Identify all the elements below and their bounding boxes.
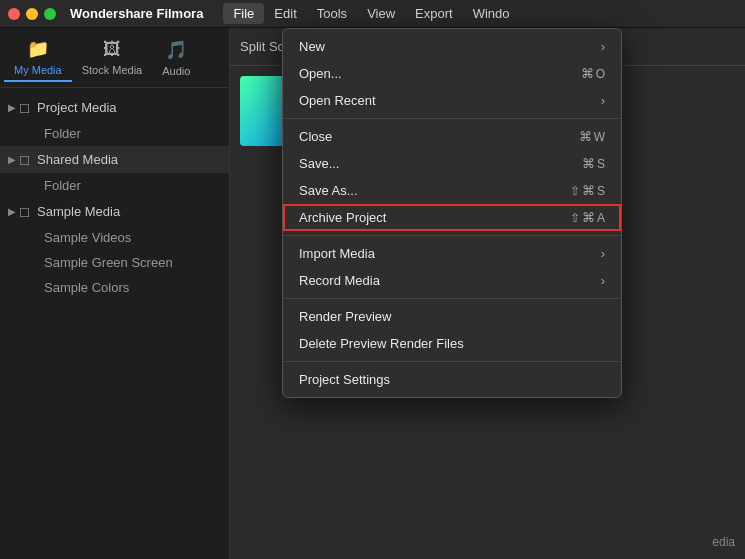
tree-project-media[interactable]: ▶ □ Project Media xyxy=(0,94,229,121)
menu-item-new-label: New xyxy=(299,39,325,54)
menu-tools[interactable]: Tools xyxy=(307,3,357,24)
menu-item-open-shortcut: ⌘O xyxy=(581,66,605,81)
folder-icon-sample-media: □ xyxy=(20,203,29,220)
menu-items: File Edit Tools View Export Windo xyxy=(223,3,519,24)
tab-audio[interactable]: 🎵 Audio xyxy=(152,35,200,81)
menu-item-delete-preview[interactable]: Delete Preview Render Files xyxy=(283,330,621,357)
tree-shared-media-folder-label: Folder xyxy=(44,178,81,193)
arrow-sample-media: ▶ xyxy=(8,206,16,217)
folder-icon-project-media: □ xyxy=(20,99,29,116)
sep-2 xyxy=(283,235,621,236)
menu-item-delete-preview-label: Delete Preview Render Files xyxy=(299,336,464,351)
tree-shared-media-label: Shared Media xyxy=(37,152,118,167)
menu-item-open[interactable]: Open... ⌘O xyxy=(283,60,621,87)
menu-item-import-media-arrow: › xyxy=(601,246,605,261)
tree-sample-videos-label: Sample Videos xyxy=(44,230,131,245)
sidebar-tabs: 📁 My Media 🖼 Stock Media 🎵 Audio xyxy=(0,28,229,88)
tree-project-media-folder-label: Folder xyxy=(44,126,81,141)
stock-media-icon: 🖼 xyxy=(103,39,121,60)
tree-sample-colors-label: Sample Colors xyxy=(44,280,129,295)
file-menu[interactable]: New › Open... ⌘O Open Recent › Close ⌘W … xyxy=(282,28,622,398)
menu-item-open-label: Open... xyxy=(299,66,342,81)
minimize-button[interactable] xyxy=(26,8,38,20)
close-button[interactable] xyxy=(8,8,20,20)
tree-sample-green-screen-label: Sample Green Screen xyxy=(44,255,173,270)
menu-edit[interactable]: Edit xyxy=(264,3,306,24)
menu-item-open-recent[interactable]: Open Recent › xyxy=(283,87,621,114)
menu-item-close[interactable]: Close ⌘W xyxy=(283,123,621,150)
menu-item-archive-shortcut: ⇧⌘A xyxy=(570,210,605,225)
sep-3 xyxy=(283,298,621,299)
menu-window[interactable]: Windo xyxy=(463,3,520,24)
menu-item-record-media-arrow: › xyxy=(601,273,605,288)
arrow-shared-media: ▶ xyxy=(8,154,16,165)
menu-item-open-recent-label: Open Recent xyxy=(299,93,376,108)
tab-my-media[interactable]: 📁 My Media xyxy=(4,34,72,82)
menu-item-render-preview-label: Render Preview xyxy=(299,309,392,324)
menu-item-import-media[interactable]: Import Media › xyxy=(283,240,621,267)
tree-project-media-folder[interactable]: Folder xyxy=(0,121,229,146)
tab-my-media-label: My Media xyxy=(14,64,62,76)
menu-item-import-media-label: Import Media xyxy=(299,246,375,261)
tree-shared-media-folder[interactable]: Folder xyxy=(0,173,229,198)
menu-file[interactable]: File xyxy=(223,3,264,24)
menu-export[interactable]: Export xyxy=(405,3,463,24)
menu-item-save-as-label: Save As... xyxy=(299,183,358,198)
menu-item-close-shortcut: ⌘W xyxy=(579,129,605,144)
tree-sample-media-label: Sample Media xyxy=(37,204,120,219)
menu-item-new-arrow: › xyxy=(601,39,605,54)
folder-icon-shared-media: □ xyxy=(20,151,29,168)
sidebar: 📁 My Media 🖼 Stock Media 🎵 Audio ▶ □ Pro… xyxy=(0,28,230,559)
tab-audio-label: Audio xyxy=(162,65,190,77)
audio-icon: 🎵 xyxy=(165,39,187,61)
tree-sample-media[interactable]: ▶ □ Sample Media xyxy=(0,198,229,225)
menu-item-save-as[interactable]: Save As... ⇧⌘S xyxy=(283,177,621,204)
menu-item-close-label: Close xyxy=(299,129,332,144)
tree-shared-media[interactable]: ▶ □ Shared Media xyxy=(0,146,229,173)
menu-item-render-preview[interactable]: Render Preview xyxy=(283,303,621,330)
menu-item-save-shortcut: ⌘S xyxy=(582,156,605,171)
my-media-icon: 📁 xyxy=(27,38,49,60)
menu-item-archive-label: Archive Project xyxy=(299,210,386,225)
arrow-project-media: ▶ xyxy=(8,102,16,113)
tree-sample-videos[interactable]: Sample Videos xyxy=(0,225,229,250)
menu-item-save-as-shortcut: ⇧⌘S xyxy=(570,183,605,198)
menu-item-archive[interactable]: Archive Project ⇧⌘A xyxy=(283,204,621,231)
menu-item-project-settings-label: Project Settings xyxy=(299,372,390,387)
app-title: Wondershare Filmora xyxy=(70,6,203,21)
menu-item-open-recent-arrow: › xyxy=(601,93,605,108)
tree-sample-green-screen[interactable]: Sample Green Screen xyxy=(0,250,229,275)
menu-item-project-settings[interactable]: Project Settings xyxy=(283,366,621,393)
sep-1 xyxy=(283,118,621,119)
traffic-lights xyxy=(8,8,56,20)
sep-4 xyxy=(283,361,621,362)
menu-item-record-media-label: Record Media xyxy=(299,273,380,288)
menu-item-save[interactable]: Save... ⌘S xyxy=(283,150,621,177)
maximize-button[interactable] xyxy=(44,8,56,20)
menubar: Wondershare Filmora File Edit Tools View… xyxy=(0,0,745,28)
tree-project-media-label: Project Media xyxy=(37,100,116,115)
menu-item-record-media[interactable]: Record Media › xyxy=(283,267,621,294)
tab-stock-media[interactable]: 🖼 Stock Media xyxy=(72,35,153,80)
menu-item-save-label: Save... xyxy=(299,156,339,171)
menu-view[interactable]: View xyxy=(357,3,405,24)
media-label: edia xyxy=(712,535,735,549)
menu-item-new[interactable]: New › xyxy=(283,33,621,60)
tree-sample-colors[interactable]: Sample Colors xyxy=(0,275,229,300)
tab-stock-media-label: Stock Media xyxy=(82,64,143,76)
sidebar-tree: ▶ □ Project Media Folder ▶ □ Shared Medi… xyxy=(0,88,229,559)
